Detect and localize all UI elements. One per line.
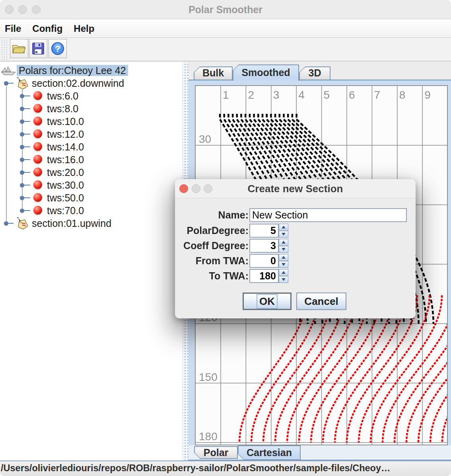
from-twa-input[interactable]: 0	[249, 254, 279, 268]
from-twa-label: From TWA:	[175, 255, 249, 267]
tree-connector-stub	[8, 223, 14, 224]
tree-section-label[interactable]: section:01.upwind	[32, 218, 111, 229]
spinner-up-button[interactable]	[279, 239, 288, 246]
tree-connector-stub	[24, 197, 30, 198]
tab-cartesian[interactable]: Cartesian	[238, 445, 301, 460]
polar-degree-input[interactable]: 5	[249, 224, 279, 238]
up-arrow-icon	[282, 241, 286, 244]
help-icon: ?	[51, 42, 64, 55]
tree-tws-row[interactable]: tws:14.0	[0, 140, 183, 153]
tree-connector-stub	[24, 146, 30, 147]
tab-smoothed-label: Smoothed	[233, 64, 299, 81]
to-twa-label: To TWA:	[175, 270, 249, 282]
save-file-button[interactable]	[29, 39, 47, 58]
tree-connector-stub	[24, 96, 30, 96]
create-section-dialog: Create new Section Name: New Section Pol…	[175, 179, 416, 318]
tab-cartesian-label: Cartesian	[238, 445, 301, 460]
tree-connector-stub	[24, 210, 30, 211]
dialog-field-row: Coeff Degree: 3	[175, 239, 416, 253]
dialog-title: Create new Section	[175, 179, 416, 198]
tab-polar[interactable]: Polar	[194, 446, 238, 459]
spinner-up-button[interactable]	[279, 224, 288, 230]
tree-tws-label[interactable]: tws:8.0	[47, 103, 78, 114]
tree-connector-stub	[24, 159, 30, 160]
tab-bulk-label: Bulk	[194, 66, 233, 80]
tree-tws-label[interactable]: tws:12.0	[47, 129, 84, 140]
tree-tws-row[interactable]: tws:20.0	[0, 166, 183, 179]
up-arrow-icon	[282, 226, 286, 228]
tree-connector-stub	[24, 185, 30, 185]
tree-root-label[interactable]: Polars for:Cheoy Lee 42	[17, 65, 128, 76]
menu-config[interactable]: Config	[32, 23, 62, 34]
tws-node-icon	[33, 142, 42, 151]
tab-polar-label: Polar	[194, 446, 238, 459]
tws-node-icon	[33, 193, 42, 202]
tree-tws-label[interactable]: tws:14.0	[47, 141, 84, 152]
tree-tws-row[interactable]: tws:70.0	[0, 204, 183, 217]
tree-tws-row[interactable]: tws:10.0	[0, 115, 183, 128]
tree-section-row[interactable]: section:02.downwind	[0, 77, 183, 90]
dialog-field-row: Name: New Section	[175, 208, 416, 222]
down-arrow-icon	[282, 248, 286, 251]
up-arrow-icon	[282, 256, 286, 259]
tag-icon	[15, 217, 29, 230]
polar-degree-spinner	[279, 224, 288, 238]
tws-node-icon	[33, 117, 42, 125]
svg-text:?: ?	[55, 44, 60, 54]
tree-connector-stub	[24, 134, 30, 135]
name-input[interactable]: New Section	[249, 208, 407, 222]
coeff-degree-input[interactable]: 3	[249, 239, 279, 253]
tree-connector-stub	[8, 83, 14, 84]
statusbar: /Users/olivierlediouris/repos/ROB/raspbe…	[0, 460, 451, 476]
polar-tree: Polars for:Cheoy Lee 42 section:02.downw…	[0, 62, 183, 460]
tree-tws-label[interactable]: tws:6.0	[47, 90, 78, 101]
spinner-up-button[interactable]	[279, 254, 288, 261]
to-twa-input[interactable]: 180	[249, 269, 279, 283]
tab-3d-label: 3D	[299, 66, 330, 80]
tree-tws-row[interactable]: tws:16.0	[0, 153, 183, 166]
tree-connector-stub	[24, 108, 30, 109]
menu-help[interactable]: Help	[74, 23, 94, 34]
open-folder-icon	[12, 43, 26, 55]
tree-tws-row[interactable]: tws:6.0	[0, 90, 183, 102]
tab-smoothed[interactable]: Smoothed	[233, 64, 299, 81]
toolbar-drag-handle[interactable]	[0, 38, 7, 61]
menu-file[interactable]: File	[5, 23, 21, 34]
app-window: Polar Smoother File Config Help	[0, 0, 451, 476]
spinner-up-button[interactable]	[279, 269, 288, 276]
status-file-path: /Users/olivierlediouris/repos/ROB/raspbe…	[1, 463, 450, 474]
tree-tws-label[interactable]: tws:70.0	[47, 205, 84, 216]
tree-section-row[interactable]: section:01.upwind	[0, 217, 183, 230]
tws-node-icon	[33, 206, 42, 215]
help-button[interactable]: ?	[49, 39, 67, 58]
tab-3d[interactable]: 3D	[299, 66, 330, 80]
tws-node-icon	[33, 104, 42, 113]
open-file-button[interactable]	[10, 39, 28, 58]
tab-bulk[interactable]: Bulk	[194, 66, 233, 80]
tws-node-icon	[33, 129, 42, 138]
ok-button[interactable]: OK	[243, 293, 292, 310]
tree-tws-label[interactable]: tws:20.0	[47, 167, 84, 178]
tree-tws-label[interactable]: tws:50.0	[47, 192, 84, 203]
menubar: File Config Help	[0, 20, 451, 38]
tree-tws-row[interactable]: tws:12.0	[0, 128, 183, 140]
from-twa-spinner	[279, 254, 288, 268]
tree-tws-row[interactable]: tws:8.0	[0, 102, 183, 115]
spinner-down-button[interactable]	[279, 261, 288, 268]
tree-tws-label[interactable]: tws:10.0	[47, 116, 84, 127]
down-arrow-icon	[282, 263, 286, 266]
tree-tws-label[interactable]: tws:30.0	[47, 179, 84, 191]
spinner-down-button[interactable]	[279, 231, 288, 238]
tree-tws-label[interactable]: tws:16.0	[47, 154, 84, 165]
tree-section-label[interactable]: section:02.downwind	[32, 78, 124, 89]
tws-node-icon	[33, 180, 42, 189]
dialog-field-row: To TWA: 180	[175, 269, 416, 283]
tree-tws-row[interactable]: tws:50.0	[0, 191, 183, 204]
tree-root-row[interactable]: Polars for:Cheoy Lee 42	[0, 64, 183, 77]
spinner-down-button[interactable]	[279, 276, 288, 283]
tree-connector-stub	[24, 121, 30, 122]
cancel-button[interactable]: Cancel	[296, 293, 346, 310]
spinner-down-button[interactable]	[279, 246, 288, 253]
tree-tws-row[interactable]: tws:30.0	[0, 179, 183, 191]
down-arrow-icon	[282, 233, 286, 236]
